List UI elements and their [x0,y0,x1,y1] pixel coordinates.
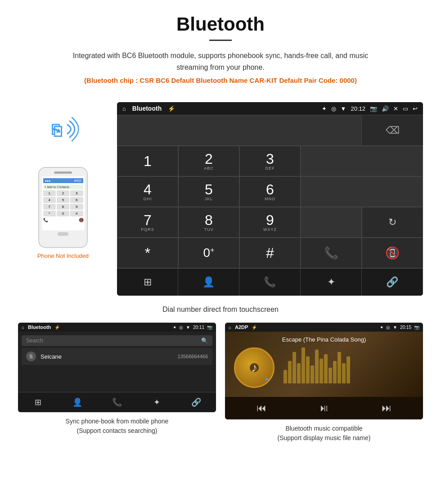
call-end-button[interactable]: 📵 [362,238,423,268]
phone-key-star: * [43,211,56,216]
dialer-statusbar: ⌂ Bluetooth ⚡ ✦ ◎ ▼ 20:12 📷 🔊 ✕ ▭ ↩ [117,102,423,115]
eq-bar [333,361,337,383]
dial-refresh-button[interactable]: ↻ [362,207,423,238]
pb-contact-row[interactable]: S Seicane 13566664466 [22,348,212,365]
dialer-screen: ⌂ Bluetooth ⚡ ✦ ◎ ▼ 20:12 📷 🔊 ✕ ▭ ↩ ⌫ [117,102,423,296]
music-status-right: ✦ ◎ ▼ 20:15 📷 [380,325,419,330]
phonebook-screenshot: ⌂ Bluetooth ⚡ ✦ ◎ ▼ 20:11 📷 Search 🔍 S S… [18,323,216,412]
dial-key-8[interactable]: 8 TUV [178,207,239,238]
nav-settings-icon[interactable]: 🔗 [362,269,423,296]
pb-contact-name: Seicane [40,353,173,360]
call-answer-button[interactable]: 📞 [301,238,362,268]
eq-bar [342,363,346,383]
pb-usb-icon: ⚡ [54,325,60,330]
nav-contacts-icon[interactable]: 👤 [178,269,239,296]
bt-status-icon: ✦ [322,105,327,112]
phone-screen: ●●●MSG + Add to Contacts 1 2 3 4 5 6 7 8… [42,176,85,230]
phone-key-2: 2 [57,190,69,196]
dial-key-hash[interactable]: # [239,238,301,268]
dial-key-2[interactable]: 2 ABC [178,146,239,176]
dial-key-7[interactable]: 7 PQRS [117,207,178,238]
prev-button[interactable]: ⏮ [256,402,266,414]
pb-nav-phone[interactable]: 📞 [97,392,137,412]
music-bt-icon: ✦ [380,325,383,330]
usb-icon: ⚡ [168,105,175,112]
main-section: ⎘ ●●●MSG + Add to Contacts 1 2 3 4 5 6 7 [0,98,441,300]
music-screenshot: ⌂ A2DP ⚡ ✦ ◎ ▼ 20:15 📷 Escape (The Pina … [225,323,423,419]
time-display: 20:12 [351,105,365,112]
phone-home-btn [58,232,68,236]
backspace-button[interactable]: ⌫ [362,115,423,146]
eq-bar [328,368,332,383]
nav-keypad-icon[interactable]: ⊞ [117,269,178,296]
music-controls: ⏮ ⏯ ⏭ [225,397,423,419]
pb-statusbar: ⌂ Bluetooth ⚡ ✦ ◎ ▼ 20:11 📷 [18,323,216,332]
pb-time: 20:11 [193,325,204,330]
pb-loc-icon: ◎ [179,325,183,330]
pb-nav-bt[interactable]: ✦ [137,392,176,412]
pb-nav-keypad[interactable]: ⊞ [18,392,58,412]
signal-icon: ▼ [341,105,346,112]
dial-key-star[interactable]: * [117,238,178,268]
music-note-icon: ♪ [251,360,257,375]
dial-display[interactable] [117,115,362,146]
eq-bar [310,365,314,383]
eq-bar [302,347,305,383]
next-button[interactable]: ⏭ [382,402,392,414]
svg-text:⎘: ⎘ [52,121,63,140]
nav-phone-icon[interactable]: 📞 [239,269,301,296]
phone-key-6: 6 [70,197,83,203]
page-header: Bluetooth Integrated with BC6 Bluetooth … [0,0,441,98]
bottom-row: ⌂ Bluetooth ⚡ ✦ ◎ ▼ 20:11 📷 Search 🔍 S S… [0,323,441,443]
pb-spacer [18,366,216,388]
nav-bluetooth-icon[interactable]: ✦ [301,269,362,296]
title-divider [209,40,232,41]
pb-nav-contacts-active[interactable]: 👤 [58,392,97,412]
dial-key-3[interactable]: 3 DEF [239,146,301,176]
phone-key-9: 9 [70,204,83,210]
specs-text: (Bluetooth chip : CSR BC6 Default Blueto… [18,76,423,84]
pb-bt-icon: ✦ [173,325,176,330]
camera-icon: 📷 [370,105,377,112]
pb-nav-link[interactable]: 🔗 [176,392,216,412]
dial-empty-row3a [301,207,362,238]
dialer-nav: ⊞ 👤 📞 ✦ 🔗 [117,268,423,296]
eq-bar [315,350,319,383]
phone-call-btn: 📞 [43,218,48,222]
eq-bar [284,370,287,383]
close-icon: ✕ [393,105,398,112]
music-caption: Bluetooth music compatible (Support disp… [278,424,371,443]
dial-empty-row2 [301,176,423,207]
pb-home-icon: ⌂ [22,325,24,330]
music-item: ⌂ A2DP ⚡ ✦ ◎ ▼ 20:15 📷 Escape (The Pina … [225,323,423,443]
home-icon: ⌂ [122,105,126,112]
volume-icon: 🔊 [382,105,389,112]
eq-bar [288,361,292,383]
phonebook-item: ⌂ Bluetooth ⚡ ✦ ◎ ▼ 20:11 📷 Search 🔍 S S… [18,323,216,443]
phone-end-btn: 📵 [79,218,84,222]
phone-key-3: 3 [70,190,83,196]
dial-key-4[interactable]: 4 GHI [117,176,178,207]
music-song-title: Escape (The Pina Colada Song) [230,336,418,343]
play-pause-button[interactable]: ⏯ [319,402,329,414]
page-title: Bluetooth [18,14,423,35]
status-left: ⌂ Bluetooth ⚡ [122,105,175,112]
dial-key-5[interactable]: 5 JKL [178,176,239,207]
status-right: ✦ ◎ ▼ 20:12 📷 🔊 ✕ ▭ ↩ [322,105,418,112]
pb-contact-number: 13566664466 [178,354,208,359]
eq-bar [292,352,296,383]
description-text: Integrated with BC6 Bluetooth module, su… [63,50,378,73]
dial-key-0[interactable]: 0+ [178,238,239,268]
call-red-icon: 📵 [385,246,400,260]
phone-body: ●●●MSG + Add to Contacts 1 2 3 4 5 6 7 8… [38,167,88,248]
eq-bar [324,354,328,383]
music-signal-icon: ▼ [393,325,397,330]
dial-key-9[interactable]: 9 WXYZ [239,207,301,238]
window-icon: ▭ [403,105,408,112]
dial-key-1[interactable]: 1 [117,146,178,176]
phone-key-1: 1 [43,190,56,196]
pb-search-box[interactable]: Search 🔍 [22,335,212,346]
phone-screen-statusbar: ●●●MSG [43,178,83,183]
music-usb-icon: ⚡ [252,325,257,330]
dial-key-6[interactable]: 6 MNO [239,176,301,207]
